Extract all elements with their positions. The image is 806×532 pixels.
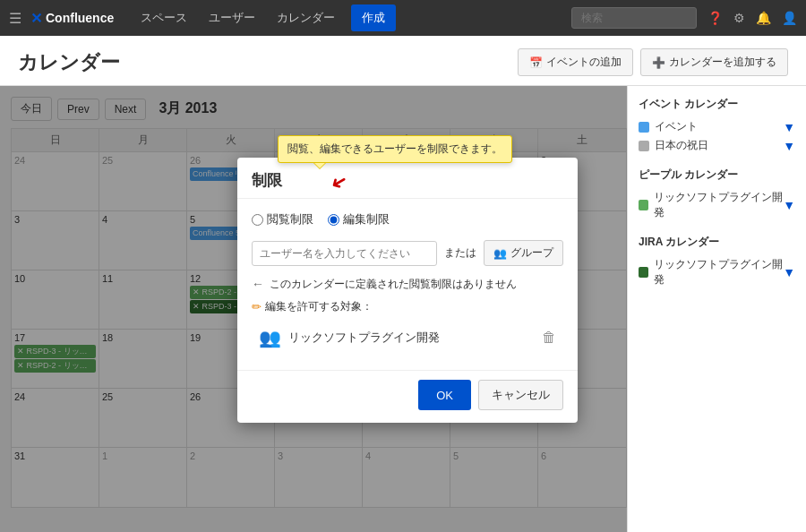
ok-button[interactable]: OK	[418, 380, 471, 410]
no-restriction-info: ← このカレンダーに定義された閲覧制限はありません	[252, 277, 563, 292]
user-input-row: または 👥 グループ	[252, 240, 563, 266]
arrow-icon: ←	[252, 277, 264, 291]
people-dot	[639, 200, 648, 210]
user-name-input[interactable]	[252, 241, 437, 266]
group-icon: 👥	[493, 247, 507, 260]
radio-view-input[interactable]	[252, 214, 263, 226]
tooltip-bubble: 閲覧、編集できるユーザーを制限できます。	[278, 135, 512, 163]
nav-create-button[interactable]: 作成	[351, 4, 396, 31]
radio-group: 閲覧制限 編集制限	[252, 211, 563, 227]
plus-icon: ➕	[652, 56, 665, 69]
chevron-down-icon[interactable]: ▼	[783, 198, 795, 212]
nav-users[interactable]: ユーザー	[200, 4, 264, 31]
or-label: または	[444, 245, 476, 261]
nav-calendar[interactable]: カレンダー	[268, 4, 344, 31]
logo: ✕ Confluence	[30, 10, 114, 27]
header-buttons: 📅 イベントの追加 ➕ カレンダーを追加する	[518, 48, 788, 76]
chevron-down-icon[interactable]: ▼	[783, 265, 795, 279]
user-entry-name: リックソフトプラグイン開発	[288, 330, 535, 346]
sidebar-item-holiday[interactable]: 日本の祝日 ▼	[639, 136, 795, 155]
main-area: 今日 Prev Next 3月 2013 日 月 火 水 木 金 土 24 25	[0, 86, 806, 532]
user-entry: 👥 リックソフトプラグイン開発 🗑	[252, 322, 563, 354]
modal-title: 制限	[237, 158, 578, 199]
search-input[interactable]	[571, 7, 697, 29]
help-icon[interactable]: ❓	[707, 11, 723, 25]
edit-target-label: ✏ 編集を許可する対象：	[252, 299, 563, 314]
event-calendar-section: イベント カレンダー イベント ▼ 日本の祝日 ▼	[639, 97, 795, 155]
event-calendar-title: イベント カレンダー	[639, 97, 795, 112]
nav-spaces[interactable]: スペース	[132, 4, 196, 31]
confluence-x-icon: ✕	[30, 10, 42, 27]
jira-calendar-section: JIRA カレンダー リックソフトプラグイン開発 ▼	[639, 235, 795, 289]
pencil-icon: ✏	[252, 300, 262, 313]
radio-edit-restriction[interactable]: 編集制限	[328, 211, 390, 227]
jira-dot	[639, 267, 648, 278]
people-calendar-section: ピープル カレンダー リックソフトプラグイン開発 ▼	[639, 167, 795, 222]
settings-icon[interactable]: ⚙	[733, 11, 745, 25]
jira-calendar-title: JIRA カレンダー	[639, 235, 795, 250]
chevron-down-icon[interactable]: ▼	[783, 120, 795, 134]
user-group-icon: 👥	[259, 327, 281, 348]
sidebar-item-people[interactable]: リックソフトプラグイン開発 ▼	[639, 188, 795, 222]
chevron-down-icon[interactable]: ▼	[783, 139, 795, 153]
add-calendar-button[interactable]: ➕ カレンダーを追加する	[640, 48, 788, 76]
people-calendar-title: ピープル カレンダー	[639, 167, 795, 183]
modal-body: 閲覧制限 編集制限 または 👥 グループ	[237, 199, 578, 370]
sidebar-item-event[interactable]: イベント ▼	[639, 117, 795, 136]
brand-name: Confluence	[46, 11, 114, 25]
top-navigation: ☰ ✕ Confluence スペース ユーザー カレンダー 作成 ❓ ⚙ 🔔 …	[0, 0, 806, 36]
avatar-icon[interactable]: 👤	[782, 11, 797, 25]
sidebar-item-jira[interactable]: リックソフトプラグイン開発 ▼	[639, 255, 795, 289]
event-dot	[639, 122, 649, 133]
group-button[interactable]: 👥 グループ	[484, 240, 563, 266]
page-title: カレンダー	[18, 49, 120, 76]
page-header: カレンダー 📅 イベントの追加 ➕ カレンダーを追加する	[0, 36, 806, 86]
holiday-dot	[639, 141, 649, 151]
radio-edit-input[interactable]	[328, 214, 339, 226]
calendar-area: 今日 Prev Next 3月 2013 日 月 火 水 木 金 土 24 25	[0, 86, 627, 532]
cancel-button[interactable]: キャンセル	[478, 380, 563, 410]
radio-view-restriction[interactable]: 閲覧制限	[252, 211, 313, 227]
calendar-icon: 📅	[529, 56, 543, 69]
sidebar: イベント カレンダー イベント ▼ 日本の祝日 ▼ ピープル カレンダー	[627, 86, 806, 532]
restriction-modal: 制限 閲覧制限 編集制限 または	[237, 158, 578, 423]
add-event-button[interactable]: 📅 イベントの追加	[518, 48, 633, 76]
bell-icon[interactable]: 🔔	[756, 11, 771, 25]
nav-items: スペース ユーザー カレンダー 作成	[132, 4, 396, 31]
delete-user-icon[interactable]: 🗑	[542, 330, 556, 346]
modal-footer: OK キャンセル	[237, 370, 578, 423]
hamburger-menu[interactable]: ☰	[9, 10, 21, 27]
